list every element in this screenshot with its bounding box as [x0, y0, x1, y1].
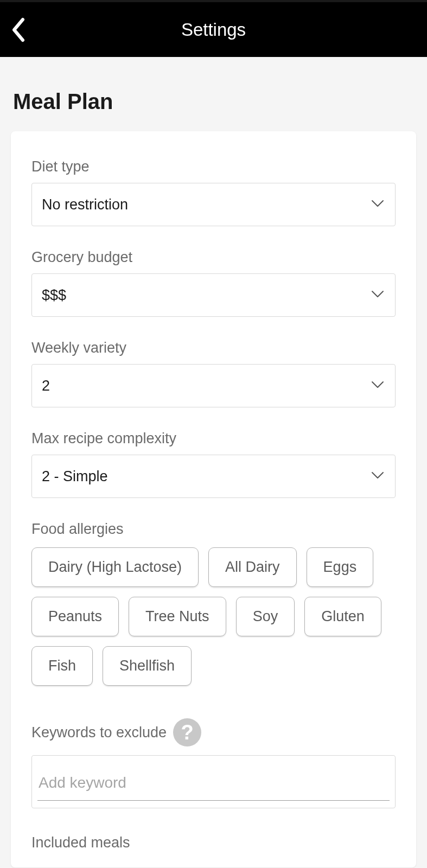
grocery-budget-select[interactable]: $$$	[31, 273, 396, 317]
chevron-left-icon	[10, 17, 27, 42]
app-header: Settings	[0, 0, 427, 57]
keywords-exclude-field: Keywords to exclude ?	[31, 718, 396, 808]
allergy-chip-fish[interactable]: Fish	[31, 646, 93, 686]
grocery-budget-value: $$$	[32, 287, 395, 304]
allergy-chip-peanuts[interactable]: Peanuts	[31, 597, 119, 636]
allergy-chip-all-dairy[interactable]: All Dairy	[208, 547, 297, 587]
allergy-chip-eggs[interactable]: Eggs	[307, 547, 374, 587]
allergy-chip-dairy-high-lactose[interactable]: Dairy (High Lactose)	[31, 547, 199, 587]
weekly-variety-value: 2	[32, 378, 395, 394]
weekly-variety-select[interactable]: 2	[31, 364, 396, 407]
diet-type-label: Diet type	[31, 158, 396, 175]
max-complexity-field: Max recipe complexity 2 - Simple	[31, 430, 396, 498]
allergy-chip-tree-nuts[interactable]: Tree Nuts	[129, 597, 226, 636]
content-area: Meal Plan Diet type No restriction Groce…	[0, 57, 427, 867]
page-title: Meal Plan	[11, 90, 416, 114]
diet-type-field: Diet type No restriction	[31, 158, 396, 226]
diet-type-select[interactable]: No restriction	[31, 183, 396, 226]
weekly-variety-label: Weekly variety	[31, 340, 396, 356]
help-icon[interactable]: ?	[173, 718, 201, 746]
food-allergies-field: Food allergies Dairy (High Lactose) All …	[31, 521, 396, 686]
settings-card: Diet type No restriction Grocery budget …	[11, 131, 416, 867]
max-complexity-select[interactable]: 2 - Simple	[31, 455, 396, 498]
weekly-variety-field: Weekly variety 2	[31, 340, 396, 407]
allergy-chip-soy[interactable]: Soy	[236, 597, 295, 636]
grocery-budget-field: Grocery budget $$$	[31, 249, 396, 317]
chevron-down-icon	[371, 200, 384, 209]
max-complexity-label: Max recipe complexity	[31, 430, 396, 447]
back-button[interactable]	[10, 17, 27, 42]
allergy-chip-gluten[interactable]: Gluten	[304, 597, 381, 636]
chevron-down-icon	[371, 290, 384, 300]
max-complexity-value: 2 - Simple	[32, 468, 395, 485]
diet-type-value: No restriction	[32, 196, 395, 213]
allergy-chip-shellfish[interactable]: Shellfish	[103, 646, 192, 686]
chevron-down-icon	[371, 381, 384, 391]
keywords-exclude-input[interactable]	[37, 763, 390, 801]
food-allergies-label: Food allergies	[31, 521, 396, 538]
keywords-input-wrapper	[31, 755, 396, 808]
header-title: Settings	[0, 20, 427, 40]
keywords-exclude-label: Keywords to exclude	[31, 724, 167, 741]
included-meals-label: Included meals	[31, 834, 396, 851]
allergy-chips: Dairy (High Lactose) All Dairy Eggs Pean…	[31, 547, 396, 686]
chevron-down-icon	[371, 471, 384, 481]
grocery-budget-label: Grocery budget	[31, 249, 396, 266]
